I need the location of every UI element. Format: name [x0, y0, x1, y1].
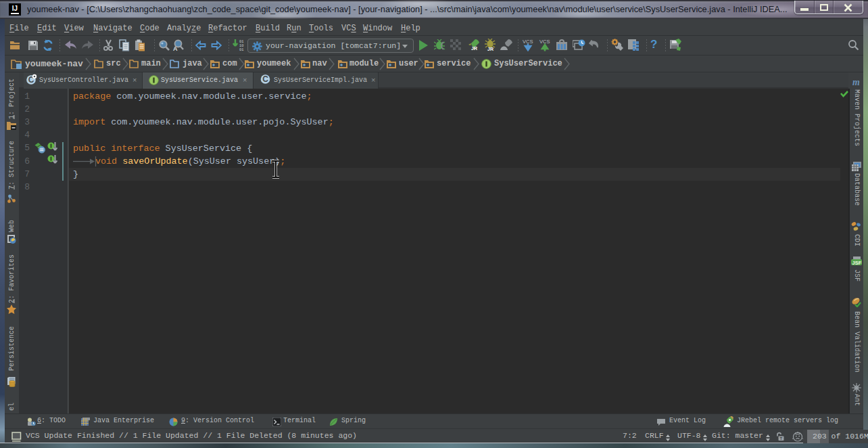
svg-text:C: C	[262, 74, 268, 84]
svg-text:JSF: JSF	[852, 260, 862, 266]
svg-text:01: 01	[239, 48, 243, 51]
svg-text:T: T	[780, 436, 783, 441]
svg-text:JR: JR	[471, 46, 477, 51]
svg-text:JR: JR	[487, 47, 493, 51]
svg-text:A: A	[173, 45, 178, 51]
